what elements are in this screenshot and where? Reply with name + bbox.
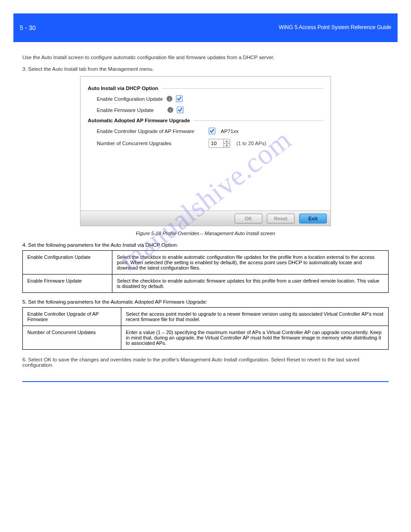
num-concurrent-spinner[interactable]: ▲ ▼ (209, 139, 230, 148)
reset-button[interactable]: Reset (267, 214, 295, 223)
cell-desc: Select the access point model to upgrade… (121, 308, 389, 326)
footer-rule (22, 381, 389, 382)
cell-label: Number of Concurrent Updates (23, 326, 121, 350)
step-5: 5. Set the following parameters for the … (22, 299, 389, 350)
cell-label: Enable Controller Upgrade of AP Firmware (23, 308, 121, 326)
figure-caption: Figure 5-18 Profile Overrides – Manageme… (0, 231, 411, 236)
table-auto-adopted: Enable Controller Upgrade of AP Firmware… (22, 307, 389, 350)
num-concurrent-input[interactable] (209, 139, 223, 147)
section-auto-install-title: Auto Install via DHCP Option (88, 86, 323, 91)
cell-label: Enable Configuration Update (23, 251, 112, 275)
row-enable-config-update: Enable Configuration Update i (97, 95, 323, 102)
cell-desc: Select the checkbox to enable automatic … (112, 275, 389, 293)
step-3: 3. Select the Auto Install tab from the … (22, 66, 389, 72)
panel-footer: OK Reset Exit (81, 210, 330, 226)
enable-controller-upgrade-label: Enable Controller Upgrade of AP Firmware (97, 129, 205, 134)
step-6: 6. Select OK to save the changes and ove… (22, 357, 389, 368)
table-row: Enable Firmware Update Select the checkb… (23, 275, 389, 293)
book-title: WiNG 5 Access Point System Reference Gui… (279, 24, 391, 31)
section-auto-adopted-title: Automatic Adopted AP Firmware Upgrade (88, 118, 323, 123)
table-auto-install-dhcp: Enable Configuration Update Select the c… (22, 250, 389, 293)
table-row: Enable Configuration Update Select the c… (23, 251, 389, 275)
enable-config-update-checkbox[interactable] (176, 95, 183, 102)
row-num-concurrent: Number of Concurrent Upgrades ▲ ▼ (1 to … (97, 139, 323, 148)
table-row: Number of Concurrent Updates Enter a val… (23, 326, 389, 350)
spinner-up-icon[interactable]: ▲ (224, 139, 230, 143)
enable-firmware-update-checkbox[interactable] (177, 107, 184, 113)
step-4: 4. Set the following parameters for the … (22, 242, 389, 293)
ap-model-label: AP71xx (221, 129, 239, 134)
enable-controller-upgrade-checkbox[interactable] (209, 128, 215, 134)
info-icon[interactable]: i (167, 96, 172, 102)
enable-config-update-label: Enable Configuration Update (97, 96, 163, 102)
exit-button[interactable]: Exit (299, 214, 327, 223)
step-4-lead: 4. Set the following parameters for the … (22, 242, 389, 248)
table-row: Enable Controller Upgrade of AP Firmware… (23, 308, 389, 326)
ok-button[interactable]: OK (235, 214, 262, 223)
cell-desc: Select the checkbox to enable automatic … (112, 251, 389, 275)
row-enable-controller-upgrade: Enable Controller Upgrade of AP Firmware… (97, 128, 323, 134)
intro-description: Use the Auto Install screen to configure… (22, 55, 384, 60)
cell-desc: Enter a value (1 – 20) specifying the ma… (121, 326, 389, 350)
spinner-down-icon[interactable]: ▼ (224, 143, 230, 148)
cell-label: Enable Firmware Update (23, 275, 112, 293)
row-enable-firmware-update: Enable Firmware Update i (97, 107, 323, 113)
page-number: 5 - 30 (20, 24, 36, 31)
enable-firmware-update-label: Enable Firmware Update (97, 107, 154, 113)
auto-install-panel: Auto Install via DHCP Option Enable Conf… (80, 76, 331, 226)
info-icon[interactable]: i (167, 107, 173, 113)
step-5-lead: 5. Set the following parameters for the … (22, 299, 389, 305)
num-concurrent-label: Number of Concurrent Upgrades (97, 141, 205, 146)
header-bar: 5 - 30 WiNG 5 Access Point System Refere… (13, 13, 398, 42)
num-concurrent-hint: (1 to 20 APs) (236, 141, 266, 146)
